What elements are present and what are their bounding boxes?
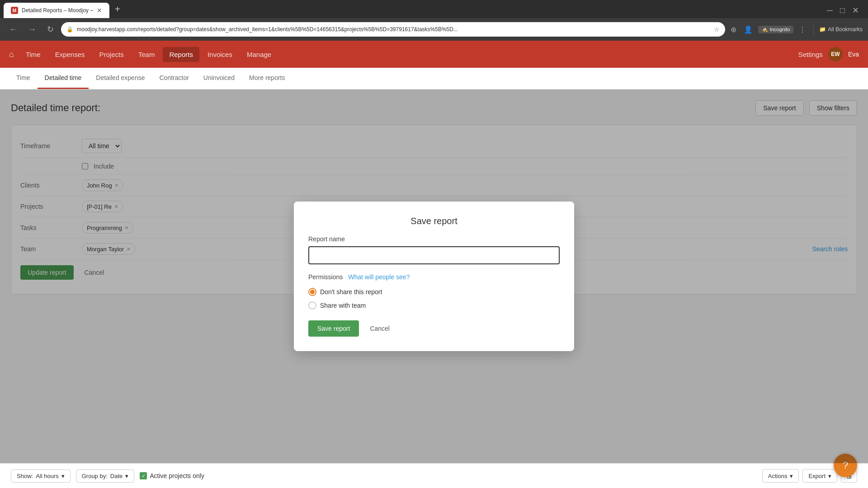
active-projects-label: Active projects only: [150, 472, 204, 479]
bookmarks-icon: 📁: [819, 26, 826, 33]
browser-tab[interactable]: M Detailed Reports – Moodjoy – ✕: [4, 3, 109, 18]
nav-item-team[interactable]: Team: [132, 47, 161, 62]
permissions-label: Permissions: [308, 273, 343, 281]
extensions-button[interactable]: ⊕: [729, 23, 738, 36]
address-bar[interactable]: 🔒 moodjoy.harvestapp.com/reports/detaile…: [61, 22, 725, 37]
report-name-label: Report name: [308, 235, 560, 243]
main-content: Detailed time report: Save report Show f…: [0, 89, 868, 463]
chevron-down-icon: ▾: [828, 473, 831, 479]
active-projects-toggle[interactable]: ✓ Active projects only: [140, 472, 204, 479]
modal-title: Save report: [308, 216, 560, 226]
nav-item-time[interactable]: Time: [19, 47, 47, 62]
tab-more-reports[interactable]: More reports: [242, 68, 292, 89]
close-button[interactable]: ✕: [852, 5, 859, 15]
group-by-dropdown[interactable]: Group by: Date ▾: [76, 469, 135, 483]
bottom-bar: Show: All hours ▾ Group by: Date ▾ ✓ Act…: [0, 463, 868, 488]
nav-item-projects[interactable]: Projects: [93, 47, 130, 62]
tab-time[interactable]: Time: [9, 68, 38, 89]
radio-share-team[interactable]: Share with team: [308, 301, 560, 310]
save-report-modal: Save report Report name Permissions What…: [294, 202, 574, 351]
show-dropdown[interactable]: Show: All hours ▾: [11, 469, 71, 483]
permissions-row: Permissions What will people see?: [308, 273, 560, 281]
modal-save-button[interactable]: Save report: [308, 320, 359, 337]
chevron-down-icon: ▾: [790, 473, 793, 479]
back-button[interactable]: ←: [5, 23, 21, 36]
home-icon[interactable]: ⌂: [9, 50, 14, 59]
minimize-button[interactable]: ─: [827, 5, 833, 15]
top-navigation: ⌂ Time Expenses Projects Team Reports In…: [0, 41, 868, 68]
modal-cancel-button[interactable]: Cancel: [364, 320, 395, 337]
tab-detailed-time[interactable]: Detailed time: [38, 68, 89, 89]
settings-link[interactable]: Settings: [798, 51, 823, 58]
new-tab-button[interactable]: +: [111, 2, 124, 16]
incognito-badge: 🕵 Incognito: [758, 26, 794, 33]
tab-close-button[interactable]: ✕: [97, 7, 102, 14]
incognito-icon: 🕵: [762, 27, 768, 33]
avatar: EW: [828, 47, 843, 61]
menu-button[interactable]: ⋮: [797, 23, 808, 36]
tab-favicon: M: [11, 7, 18, 14]
active-projects-checkbox[interactable]: ✓: [140, 472, 147, 479]
modal-overlay: Save report Report name Permissions What…: [0, 89, 868, 463]
radio-dont-share-label: Don't share this report: [320, 288, 382, 296]
sub-navigation: Time Detailed time Detailed expense Cont…: [0, 68, 868, 89]
bookmark-icon: ☆: [714, 26, 720, 33]
url-text: moodjoy.harvestapp.com/reports/detailed?…: [77, 26, 710, 33]
bookmarks-bar-toggle: 📁 All Bookmarks: [819, 26, 863, 33]
actions-dropdown[interactable]: Actions ▾: [762, 469, 799, 483]
nav-item-expenses[interactable]: Expenses: [49, 47, 91, 62]
export-dropdown[interactable]: Export ▾: [802, 469, 837, 483]
tab-contractor[interactable]: Contractor: [152, 68, 196, 89]
lock-icon: 🔒: [66, 26, 73, 33]
forward-button[interactable]: →: [24, 23, 40, 36]
what-people-see-link[interactable]: What will people see?: [348, 273, 410, 281]
modal-actions: Save report Cancel: [308, 320, 560, 337]
nav-item-manage[interactable]: Manage: [241, 47, 278, 62]
tab-title: Detailed Reports – Moodjoy –: [22, 7, 93, 14]
nav-item-invoices[interactable]: Invoices: [201, 47, 239, 62]
refresh-button[interactable]: ↻: [43, 23, 57, 36]
radio-share-team-button[interactable]: [308, 301, 316, 310]
radio-dont-share[interactable]: Don't share this report: [308, 288, 560, 296]
chevron-down-icon: ▾: [125, 473, 128, 479]
tab-detailed-expense[interactable]: Detailed expense: [89, 68, 152, 89]
chevron-down-icon: ▾: [61, 473, 65, 479]
nav-item-reports[interactable]: Reports: [163, 47, 199, 62]
maximize-button[interactable]: □: [840, 5, 845, 15]
radio-dont-share-button[interactable]: [308, 288, 316, 296]
permissions-section: Permissions What will people see? Don't …: [308, 273, 560, 310]
tab-uninvoiced[interactable]: Uninvoiced: [196, 68, 242, 89]
radio-share-team-label: Share with team: [320, 302, 366, 309]
user-name: Eva: [848, 51, 859, 58]
report-name-input[interactable]: [308, 246, 560, 264]
profile-button[interactable]: 👤: [742, 23, 755, 36]
